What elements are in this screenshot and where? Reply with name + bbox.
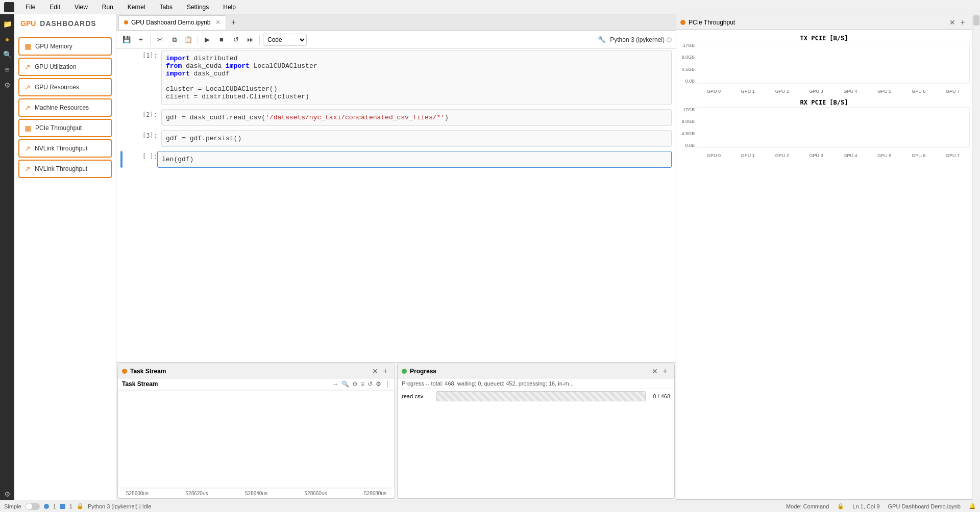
kernel-status-label: Python 3 (ipykernel) | Idle <box>88 503 152 509</box>
pcie-close-button[interactable]: ✕ <box>947 17 958 28</box>
menu-view[interactable]: View <box>71 3 91 12</box>
nvlink1-label: NVLink Throughput <box>35 145 87 152</box>
nvlink2-icon: ↗ <box>24 165 31 173</box>
bottom-panels: Task Stream ✕ + Task Stream ↔ 🔍 ⚙ ≡ ↺ ⚙ … <box>116 362 676 500</box>
pcie-panel: PCIe Throughput ✕ + TX PCIE [B/S] 17GB 9… <box>676 15 972 500</box>
task-stream-dot <box>122 369 127 374</box>
cell-link-button[interactable]: 🔗 <box>641 153 649 162</box>
pcie-panel-title: PCIe Throughput <box>689 19 947 26</box>
filename-label: GPU Dashboard Demo.ipynb <box>888 503 961 509</box>
copy-button[interactable]: ⧉ <box>168 34 180 46</box>
cell-4-content[interactable]: len(gdf) ⧉ ↑ ↓ 🔗 💬 🗑 <box>157 151 672 168</box>
task-stream-add-button[interactable]: + <box>380 366 390 376</box>
cell-2-prompt: [2]: <box>127 109 157 118</box>
notebook-add-tab-button[interactable]: + <box>227 16 239 29</box>
cell-2: [2]: gdf = dask_cudf.read_csv('/datasets… <box>116 108 676 127</box>
cell-4-indicator <box>120 151 122 168</box>
tab-close-icon[interactable]: ✕ <box>215 19 220 26</box>
pcie-rx-gpu7: GPU 7 <box>946 153 960 158</box>
cell-comment-button[interactable]: 💬 <box>651 153 659 162</box>
right-panels: GPU Memory ✕ + GPU MEMORY: 9.4GB GPU 0 <box>676 14 972 500</box>
task-stream-content: 528600us 528620us 528640us 528660us 5286… <box>118 390 395 498</box>
icon-bar: 📁 ● 🔍 ≡ ⚙ ⚙ <box>0 14 14 500</box>
progress-content: Progress -- total: 468, waiting: 0, queu… <box>398 378 674 498</box>
pcie-tx-gpu3: GPU 3 <box>810 89 823 94</box>
task-stream-title: Task Stream <box>130 368 370 375</box>
add-cell-button[interactable]: + <box>135 34 147 46</box>
icon-bar-search[interactable]: 🔍 <box>2 49 13 60</box>
right-scrollbar[interactable] <box>972 14 980 500</box>
kernel-settings-button[interactable]: 🔧 <box>596 34 608 46</box>
menu-run[interactable]: Run <box>99 3 116 12</box>
simple-toggle[interactable] <box>26 503 40 510</box>
task-link-icon[interactable]: ⚙ <box>352 380 358 388</box>
icon-bar-circle[interactable]: ● <box>2 34 13 45</box>
cell-type-select[interactable]: Code Markdown Raw <box>263 34 307 46</box>
pcie-tx-gpu4: GPU 4 <box>843 89 857 94</box>
toggle-track[interactable] <box>26 503 40 510</box>
task-config-icon[interactable]: ⚙ <box>376 380 381 388</box>
gpu-memory-icon: ▦ <box>24 42 31 50</box>
cut-button[interactable]: ✂ <box>154 34 166 46</box>
task-settings-icon[interactable]: ≡ <box>361 380 364 388</box>
restart-run-button[interactable]: ⏭ <box>244 34 256 46</box>
cell-1-content[interactable]: import distributed from dask_cuda import… <box>161 50 672 105</box>
cell-2-code: gdf = dask_cudf.read_csv('/datasets/nyc_… <box>166 114 667 121</box>
cell-2-content[interactable]: gdf = dask_cudf.read_csv('/datasets/nyc_… <box>161 109 672 126</box>
save-button[interactable]: 💾 <box>120 34 133 46</box>
cell-1: [1]: import distributed from dask_cuda i… <box>116 49 676 106</box>
sidebar-btn-machine-resources[interactable]: ↗ Machine Resources <box>18 98 112 117</box>
timeline-2: 528640us <box>245 491 267 496</box>
scroll-thumb[interactable] <box>973 15 979 25</box>
icon-bar-layers[interactable]: ≡ <box>2 64 13 75</box>
pcie-rx-gpu2: GPU 2 <box>775 153 789 158</box>
menu-kernel[interactable]: Kernel <box>125 3 149 12</box>
cell-1-prompt: [1]: <box>127 50 157 59</box>
pcie-add-button[interactable]: + <box>958 17 968 28</box>
icon-bar-folder[interactable]: 📁 <box>2 18 13 30</box>
sidebar-btn-gpu-resources[interactable]: ↗ GPU Resources <box>18 78 112 96</box>
restart-button[interactable]: ↺ <box>230 34 242 46</box>
menu-help[interactable]: Help <box>220 3 239 12</box>
cell-copy-button[interactable]: ⧉ <box>624 153 628 162</box>
task-more-icon[interactable]: ⋮ <box>384 380 390 388</box>
sidebar-btn-nvlink1[interactable]: ↗ NVLink Throughput <box>18 139 112 158</box>
nvlink2-label: NVLink Throughput <box>35 165 87 172</box>
cell-down-button[interactable]: ↓ <box>636 153 640 162</box>
status-square <box>60 504 65 509</box>
sidebar-btn-gpu-memory[interactable]: ▦ GPU Memory <box>18 37 112 56</box>
icon-bar-settings[interactable]: ⚙ <box>2 489 13 500</box>
paste-button[interactable]: 📋 <box>182 34 194 46</box>
cell-up-button[interactable]: ↑ <box>630 153 634 162</box>
sidebar-gpu-label: GPU <box>20 19 36 28</box>
cell-4-code: len(gdf) <box>162 156 667 163</box>
run-button[interactable]: ▶ <box>201 34 213 46</box>
progress-header: Progress ✕ + <box>398 364 674 378</box>
sidebar-btn-nvlink2[interactable]: ↗ NVLink Throughput <box>18 160 112 178</box>
pcie-tx-gpu5: GPU 5 <box>877 89 891 94</box>
cell-3-content[interactable]: gdf = gdf.persist() <box>161 130 672 147</box>
pcie-tx-chart: 17GB 9.0GB 4.5GB 0.0B GPU 0 GPU 1 GPU 2 <box>678 43 970 94</box>
progress-close-button[interactable]: ✕ <box>650 366 660 376</box>
task-resize-icon[interactable]: ↔ <box>332 380 338 388</box>
kernel-info: 🔧 Python 3 (ipykernel) <box>596 34 672 46</box>
sidebar-btn-gpu-utilization[interactable]: ↗ GPU Utilization <box>18 58 112 76</box>
pcie-rx-title: RX PCIE [B/S] <box>678 98 970 107</box>
progress-add-button[interactable]: + <box>660 366 670 376</box>
task-zoom-icon[interactable]: 🔍 <box>341 380 349 388</box>
menu-tabs[interactable]: Tabs <box>157 3 176 12</box>
notebook-tab[interactable]: GPU Dashboard Demo.ipynb ✕ <box>118 15 226 30</box>
cell-delete-button[interactable]: 🗑 <box>662 153 668 162</box>
pcie-rx-gpu1: GPU 1 <box>741 153 755 158</box>
icon-bar-puzzle[interactable]: ⚙ <box>2 80 13 91</box>
menu-edit[interactable]: Edit <box>46 3 63 12</box>
pcie-tx-yaxis: 17GB 9.0GB 4.5GB 0.0B <box>678 43 697 84</box>
sidebar-btn-pcie[interactable]: ▦ PCIe Throughput <box>18 119 112 137</box>
menu-settings[interactable]: Settings <box>184 3 212 12</box>
cell-2-indicator <box>120 109 122 126</box>
alert-icon: 🔔 <box>969 503 976 509</box>
task-stream-close-button[interactable]: ✕ <box>370 366 380 376</box>
stop-button[interactable]: ■ <box>215 34 228 46</box>
task-refresh-icon[interactable]: ↺ <box>368 380 373 388</box>
menu-file[interactable]: File <box>22 3 38 12</box>
